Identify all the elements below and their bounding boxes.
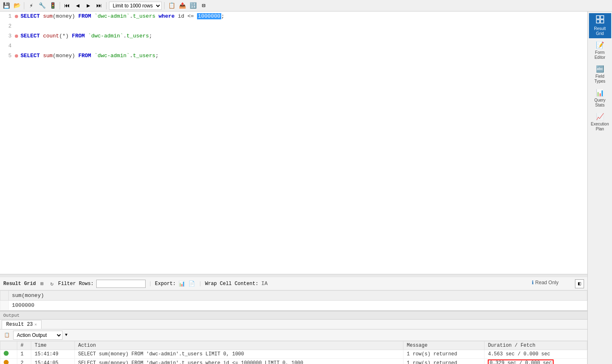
result-grid-label: Result Grid: [3, 281, 36, 287]
result-toolbar: Result Grid ⊞ ↻ Filter Rows: | Export: 📊…: [0, 277, 587, 290]
duration-highlight: 0.329 sec / 0.000 sec: [488, 359, 553, 364]
main-toolbar: 💾 📂 ⚡ 🔧 🚦 ⏮ ◀ ▶ ⏭ Limit to 1000 rows 📋 📤…: [0, 0, 612, 12]
save-btn[interactable]: 💾: [2, 1, 11, 10]
output-time-cell: 15:41:49: [31, 350, 75, 359]
filter-rows-label: Filter Rows:: [58, 281, 93, 287]
line-number: 4: [3, 41, 12, 51]
svg-rect-3: [600, 20, 604, 23]
last-btn[interactable]: ⏭: [95, 1, 104, 10]
query-stats-icon: 📊: [596, 89, 604, 97]
sidebar-btn-form-editor[interactable]: 📝Form Editor: [589, 39, 611, 62]
result-grid-icon: [596, 15, 604, 26]
export-label: Export:: [155, 281, 176, 287]
first-btn[interactable]: ⏮: [63, 1, 72, 10]
result-grid-label: Result Grid: [590, 26, 610, 36]
line-dot: [15, 15, 18, 18]
prev-btn[interactable]: ◀: [73, 1, 82, 10]
output-message-cell: 1 row(s) returned: [403, 350, 484, 359]
sidebar-btn-result-grid[interactable]: Result Grid: [589, 13, 611, 38]
sidebar-btn-query-stats[interactable]: 📊Query Stats: [589, 87, 611, 110]
beautify-btn[interactable]: 📤: [178, 1, 187, 10]
output-row: 115:41:49SELECT sum(money) FROM 'dwc-adm…: [0, 350, 587, 359]
output-table-wrap[interactable]: # Time Action Message Duration / Fetch 1…: [0, 341, 587, 364]
svg-rect-2: [596, 20, 600, 23]
editor-area: 1SELECT sum(money) FROM `dwc-admin`.t_us…: [0, 12, 587, 364]
line-number: 2: [3, 21, 12, 31]
sep1: [24, 2, 24, 9]
dropdown-arrow: ▼: [65, 333, 67, 337]
svg-rect-0: [596, 16, 600, 19]
output-action-cell: SELECT sum(money) FROM 'dwc-admin'.t_use…: [74, 350, 403, 359]
next-btn[interactable]: ▶: [84, 1, 93, 10]
sidebar-btn-execution-plan[interactable]: 📈Execution Plan: [589, 111, 611, 134]
svg-rect-1: [600, 16, 604, 19]
sql-line-3: 3SELECT count(*) FROM `dwc-admin`.t_user…: [0, 31, 587, 41]
extra-btn[interactable]: ⊟: [199, 1, 208, 10]
output-tabs: Result 23 ✕: [0, 320, 587, 329]
form-editor-label: Form Editor: [590, 50, 610, 60]
limit-select[interactable]: Limit to 1000 rows: [109, 2, 162, 10]
execute-btn[interactable]: ⚡: [27, 1, 36, 10]
line-number: 1: [3, 12, 12, 21]
wrap-icon[interactable]: IA: [261, 280, 268, 287]
stop-btn[interactable]: 🚦: [48, 1, 57, 10]
toggle-panel-button[interactable]: ◧: [575, 279, 584, 288]
sep2: [60, 2, 60, 9]
sep: |: [149, 281, 152, 287]
output-tab-result23[interactable]: Result 23 ✕: [2, 320, 42, 329]
output-num-cell: 1: [17, 350, 31, 359]
sidebar-btn-field-types[interactable]: 🔤Field Types: [589, 63, 611, 86]
result-section: Result Grid ⊞ ↻ Filter Rows: | Export: 📊…: [0, 277, 587, 311]
bookmark-btn[interactable]: 📋: [167, 1, 176, 10]
execution-plan-icon: 📈: [596, 113, 604, 121]
sql-line-4: 4: [0, 41, 587, 51]
export-icon1[interactable]: 📊: [178, 280, 185, 287]
output-duration-cell: 0.329 sec / 0.000 sec: [484, 359, 587, 364]
tab-close-icon[interactable]: ✕: [35, 322, 37, 327]
line-number: 5: [3, 51, 12, 61]
output-duration-cell: 4.563 sec / 0.000 sec: [484, 350, 587, 359]
query-stats-label: Query Stats: [590, 98, 610, 108]
output-num-cell: 2: [17, 359, 31, 364]
output-col-status: [0, 341, 17, 350]
sep4: [164, 2, 165, 9]
sep3: [106, 2, 107, 9]
number-btn[interactable]: 🔢: [188, 1, 197, 10]
export-icon2[interactable]: 📄: [188, 280, 195, 287]
action-output-select[interactable]: Action Output: [13, 331, 63, 340]
row-number-cell: [0, 301, 9, 311]
field-types-icon: 🔤: [596, 65, 604, 73]
output-col-action: Action: [74, 341, 403, 350]
line-number: 3: [3, 31, 12, 41]
sql-line-5: 5SELECT sum(money) FROM `dwc-admin`.t_us…: [0, 51, 587, 61]
horizontal-scrollbar[interactable]: [0, 274, 587, 277]
output-row: 215:44:05SELECT sum(money) FROM 'dwc-adm…: [0, 359, 587, 364]
output-col-duration: Duration / Fetch: [484, 341, 587, 350]
output-tab-label: Result 23: [6, 322, 33, 327]
status-dot: [4, 351, 9, 356]
grid-icon[interactable]: ⊞: [38, 280, 46, 287]
line-content: SELECT sum(money) FROM `dwc-admin`.t_use…: [21, 12, 584, 21]
refresh-icon[interactable]: ↻: [48, 280, 56, 287]
output-col-time: Time: [31, 341, 75, 350]
line-content: SELECT count(*) FROM `dwc-admin`.t_users…: [21, 31, 584, 41]
execution-plan-label: Execution Plan: [590, 122, 610, 132]
output-col-num: #: [17, 341, 31, 350]
open-btn[interactable]: 📂: [12, 1, 21, 10]
explain-btn[interactable]: 🔧: [37, 1, 46, 10]
main-area: 1SELECT sum(money) FROM `dwc-admin`.t_us…: [0, 12, 612, 364]
output-header-label: Output: [3, 313, 20, 318]
filter-input[interactable]: [96, 280, 146, 288]
output-message-cell: 1 row(s) returned: [403, 359, 484, 364]
status-dot: [4, 360, 9, 364]
line-content: SELECT sum(money) FROM `dwc-admin`.t_use…: [21, 51, 584, 61]
result-cell: 1000000: [9, 301, 587, 311]
output-toolbar: 📋 Action Output ▼: [0, 329, 587, 341]
sql-editor[interactable]: 1SELECT sum(money) FROM `dwc-admin`.t_us…: [0, 12, 587, 274]
output-table: # Time Action Message Duration / Fetch 1…: [0, 341, 587, 364]
output-time-cell: 15:44:05: [31, 359, 75, 364]
wrap-label: Wrap Cell Content:: [205, 281, 258, 287]
result-grid[interactable]: sum(money) 1000000: [0, 290, 587, 311]
sql-line-2: 2: [0, 21, 587, 31]
read-only-label: ℹ Read Only: [532, 280, 559, 285]
